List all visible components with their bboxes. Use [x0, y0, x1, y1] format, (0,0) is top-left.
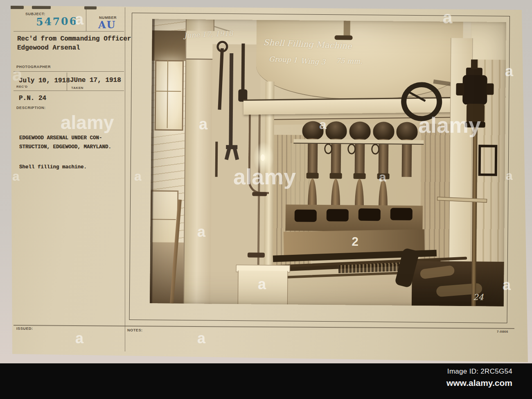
- footer-right: Image ID: 2RC5G54 www.alamy.com: [446, 367, 512, 388]
- shell-filling-machine-photo: June 17, 1918 Shell Filling Machine Grou…: [150, 19, 506, 306]
- stock-photo-page: SUBJECT: 54706 NUMBER AU Rec'd from Comm…: [0, 0, 532, 399]
- archive-card: SUBJECT: 54706 NUMBER AU Rec'd from Comm…: [0, 0, 532, 399]
- alamy-website: www.alamy.com: [446, 378, 512, 388]
- photo-vignette: [150, 19, 506, 306]
- image-id-line: Image ID: 2RC5G54: [446, 367, 512, 376]
- image-id-label: Image ID:: [447, 367, 478, 375]
- alamy-footer-bar: alamy Image ID: 2RC5G54 www.alamy.com: [0, 363, 532, 399]
- photo-wrap: June 17, 1918 Shell Filling Machine Grou…: [0, 0, 532, 372]
- image-id-value: 2RC5G54: [480, 367, 512, 375]
